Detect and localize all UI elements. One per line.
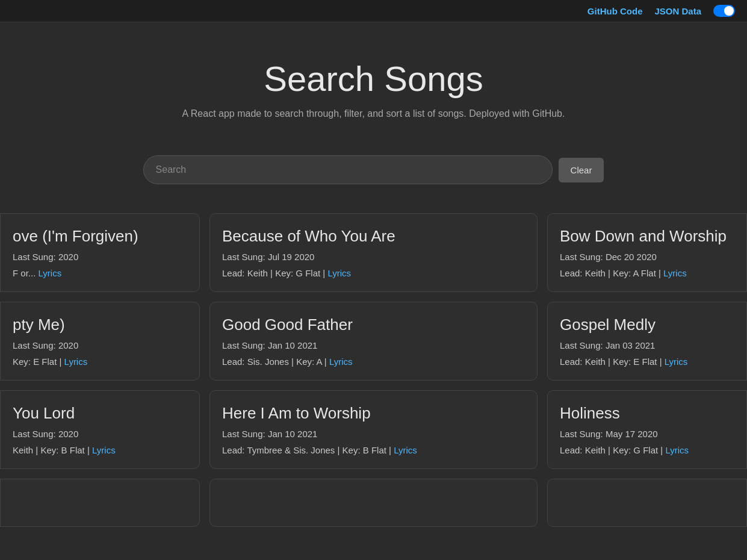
song-card: HolinessLast Sung: May 17 2020Lead: Keit… [547, 390, 747, 469]
song-date: Last Sung: May 17 2020 [560, 429, 734, 439]
song-meta: Keith | Key: B Flat | Lyrics [13, 445, 187, 455]
song-card: Bow Down and WorshipLast Sung: Dec 20 20… [547, 213, 747, 292]
lyrics-link[interactable]: Lyrics [394, 445, 417, 455]
song-meta: F or... Lyrics [13, 268, 187, 278]
song-title: ove (I'm Forgiven) [13, 227, 187, 246]
song-title: Bow Down and Worship [560, 227, 734, 246]
song-meta: Lead: Keith | Key: E Flat | Lyrics [560, 356, 734, 367]
song-title: pty Me) [13, 316, 187, 334]
page-title: Search Songs [12, 58, 735, 99]
lyrics-link[interactable]: Lyrics [663, 268, 687, 278]
song-card: pty Me)Last Sung: 2020Key: E Flat | Lyri… [0, 302, 200, 381]
song-card: You LordLast Sung: 2020Keith | Key: B Fl… [0, 390, 200, 469]
lyrics-link[interactable]: Lyrics [665, 445, 689, 455]
song-meta: Lead: Keith | Key: G Flat | Lyrics [560, 445, 734, 455]
top-nav: GitHub Code JSON Data [0, 0, 747, 22]
song-title: Holiness [560, 404, 734, 423]
search-input[interactable] [143, 155, 553, 184]
song-title: Good Good Father [222, 316, 525, 334]
song-card: Here I Am to WorshipLast Sung: Jan 10 20… [209, 390, 538, 469]
song-card: ove (I'm Forgiven)Last Sung: 2020F or...… [0, 213, 200, 292]
song-card [547, 479, 747, 527]
lyrics-link[interactable]: Lyrics [39, 268, 62, 278]
lyrics-link[interactable]: Lyrics [92, 445, 116, 455]
song-card: Good Good FatherLast Sung: Jan 10 2021Le… [209, 302, 538, 381]
song-title: Because of Who You Are [222, 227, 525, 246]
lyrics-link[interactable]: Lyrics [665, 356, 688, 367]
song-date: Last Sung: Jan 10 2021 [222, 429, 525, 439]
song-meta: Lead: Keith | Key: G Flat | Lyrics [222, 268, 525, 278]
song-date: Last Sung: Jul 19 2020 [222, 252, 525, 262]
hero-subtitle: A React app made to search through, filt… [12, 108, 735, 119]
song-meta: Lead: Tymbree & Sis. Jones | Key: B Flat… [222, 445, 525, 455]
github-link[interactable]: GitHub Code [587, 6, 643, 16]
song-card [209, 479, 538, 527]
song-date: Last Sung: 2020 [13, 252, 187, 262]
song-title: Gospel Medly [560, 316, 734, 334]
song-date: Last Sung: 2020 [13, 429, 187, 439]
song-card [0, 479, 200, 527]
song-date: Last Sung: Jan 03 2021 [560, 340, 734, 350]
songs-grid: ove (I'm Forgiven)Last Sung: 2020F or...… [0, 208, 747, 532]
theme-toggle[interactable] [713, 5, 735, 17]
song-date: Last Sung: Jan 10 2021 [222, 340, 525, 350]
song-card: Gospel MedlyLast Sung: Jan 03 2021Lead: … [547, 302, 747, 381]
song-meta: Lead: Keith | Key: A Flat | Lyrics [560, 268, 734, 278]
song-date: Last Sung: 2020 [13, 340, 187, 350]
song-meta: Key: E Flat | Lyrics [13, 356, 187, 367]
lyrics-link[interactable]: Lyrics [327, 268, 351, 278]
song-meta: Lead: Sis. Jones | Key: A | Lyrics [222, 356, 525, 367]
clear-button[interactable]: Clear [559, 158, 604, 182]
json-link[interactable]: JSON Data [654, 6, 701, 16]
search-container: Clear [0, 155, 747, 208]
song-card: Because of Who You AreLast Sung: Jul 19 … [209, 213, 538, 292]
lyrics-link[interactable]: Lyrics [64, 356, 88, 367]
song-date: Last Sung: Dec 20 2020 [560, 252, 734, 262]
hero-section: Search Songs A React app made to search … [0, 22, 747, 155]
song-title: Here I Am to Worship [222, 404, 525, 423]
lyrics-link[interactable]: Lyrics [329, 356, 353, 367]
song-title: You Lord [13, 404, 187, 423]
